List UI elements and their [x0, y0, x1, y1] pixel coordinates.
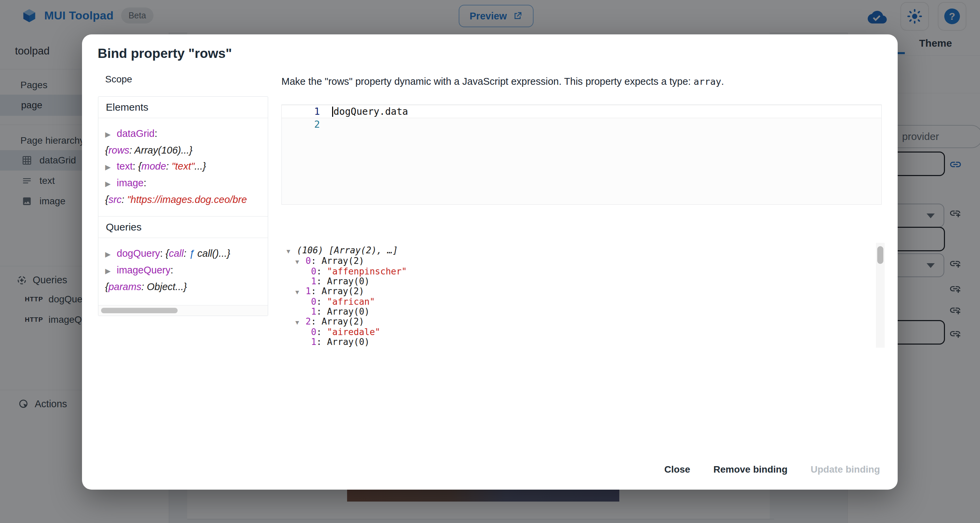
disclosure-triangle-icon[interactable]: ▼: [295, 257, 305, 266]
code-segment: : Array(0): [317, 306, 370, 317]
code-segment: 0: [311, 327, 317, 337]
disclosure-triangle-icon[interactable]: ▼: [286, 246, 297, 256]
code-segment: :: [154, 128, 157, 139]
scope-row: ▶dogQuery: {call: ƒ call()...}: [105, 246, 261, 262]
dialog-title: Bind property "rows": [98, 46, 232, 61]
dialog-footer: Close Remove binding Update binding: [657, 459, 888, 480]
code-segment: : Array(2): [311, 286, 364, 296]
scope-row: ▶imageQuery:: [105, 262, 261, 279]
editor-line[interactable]: 1 dogQuery.data: [282, 105, 881, 118]
text-caret: [332, 107, 333, 117]
code-segment: : Array(2): [311, 256, 364, 266]
code-segment: "https://images.dog.ceo/bre: [127, 194, 247, 205]
disclosure-triangle-icon[interactable]: ▶: [105, 159, 117, 175]
scrollbar-thumb[interactable]: [101, 308, 178, 313]
code-segment: :: [121, 194, 127, 205]
vertical-scrollbar[interactable]: [876, 243, 885, 348]
code-segment: {: [165, 248, 169, 259]
code-segment: :: [143, 177, 146, 188]
line-number: 2: [282, 119, 332, 130]
code-segment: {: [105, 194, 108, 205]
tree-row: 1: Array(0): [285, 337, 885, 347]
editor-code: dogQuery.data: [334, 106, 408, 117]
editor-line[interactable]: 2: [282, 118, 881, 131]
js-expression-editor[interactable]: 1 dogQuery.data 2: [282, 105, 882, 205]
code-segment: 1: [311, 306, 317, 317]
scope-row: {params: Object...}: [105, 279, 261, 295]
code-segment: 3: [305, 347, 311, 348]
disclosure-triangle-icon[interactable]: ▶: [105, 263, 117, 279]
code-segment: text: [117, 161, 133, 172]
tree-row: ▼1: Array(2): [285, 286, 885, 297]
disclosure-triangle-icon[interactable]: ▼: [295, 287, 305, 297]
code-segment: rows: [108, 145, 129, 156]
disclosure-triangle-icon[interactable]: ▶: [105, 126, 117, 142]
scope-browser: Elements ▶dataGrid:{rows: Array(106)...}…: [98, 96, 268, 316]
bind-property-dialog: Bind property "rows" Scope Elements ▶dat…: [82, 34, 898, 490]
tree-row: 0: "affenpinscher": [285, 266, 885, 276]
code-segment: "airedale": [327, 327, 380, 337]
disclosure-triangle-icon[interactable]: ▶: [105, 176, 117, 192]
queries-section-header: Queries: [98, 216, 268, 238]
code-segment: :: [170, 265, 173, 276]
code-segment: : Array(2): [311, 316, 364, 327]
code-segment: :: [166, 161, 172, 172]
scope-row: {rows: Array(106)...}: [105, 142, 261, 158]
code-segment: :: [133, 161, 138, 172]
code-segment: 0: [311, 297, 317, 307]
code-segment: : Array(0): [317, 276, 370, 286]
code-segment: 2: [305, 316, 311, 327]
code-segment: "text": [172, 161, 194, 172]
app-root: MUI Toolpad Beta Preview: [0, 0, 980, 523]
scope-row: ▶image:: [105, 175, 261, 192]
code-segment: call()...}: [195, 248, 231, 259]
code-segment: :: [317, 266, 327, 276]
code-segment: {: [105, 145, 108, 156]
code-segment: 1: [311, 337, 317, 347]
code-segment: :: [317, 297, 327, 307]
queries-scope-list: ▶dogQuery: {call: ƒ call()...}▶imageQuer…: [98, 238, 268, 304]
code-segment: imageQuery: [117, 265, 170, 276]
instruction-type-code: array: [694, 76, 721, 87]
tree-row: ▼2: Array(2): [285, 317, 885, 327]
horizontal-scrollbar[interactable]: [98, 305, 268, 316]
code-segment: :: [317, 327, 327, 337]
line-number: 1: [282, 106, 332, 117]
code-segment: dataGrid: [117, 128, 154, 139]
code-segment: "african": [327, 297, 375, 307]
code-segment: : Array(0): [317, 337, 370, 347]
code-segment: {: [105, 281, 108, 292]
code-segment: params: [108, 281, 142, 292]
tree-row: 1: Array(0): [285, 307, 885, 317]
scope-row: ▶dataGrid:: [105, 126, 261, 142]
code-segment: image: [117, 177, 143, 188]
elements-section-header: Elements: [98, 97, 268, 118]
code-segment: 1: [305, 286, 311, 296]
code-segment: mode: [142, 161, 166, 172]
disclosure-triangle-icon[interactable]: ▶: [105, 246, 117, 262]
close-button[interactable]: Close: [657, 459, 698, 480]
scope-label: Scope: [105, 74, 132, 85]
disclosure-triangle-icon[interactable]: ▼: [295, 317, 305, 327]
code-segment: :: [160, 248, 165, 259]
tree-row: ▼(106) [Array(2), …]: [285, 246, 885, 256]
instruction-suffix: .: [721, 76, 724, 87]
code-segment: :: [184, 248, 189, 259]
tree-row: ▼0: Array(2): [285, 256, 885, 266]
tree-rows: ▼(106) [Array(2), …]▼0: Array(2)0: "affe…: [285, 243, 885, 348]
tree-row: 1: Array(0): [285, 276, 885, 286]
code-segment: call: [169, 248, 184, 259]
scope-row: ▶text: {mode: "text"...}: [105, 158, 261, 175]
code-segment: {: [138, 161, 142, 172]
scope-row: {src: "https://images.dog.ceo/bre: [105, 192, 261, 208]
code-segment: 0: [311, 266, 317, 276]
scrollbar-thumb[interactable]: [877, 246, 883, 264]
code-segment: dogQuery: [117, 248, 160, 259]
tree-row: 0: "african": [285, 297, 885, 307]
remove-binding-button[interactable]: Remove binding: [706, 459, 795, 480]
code-segment: ƒ: [189, 248, 195, 259]
update-binding-button[interactable]: Update binding: [803, 459, 888, 480]
tree-row: 0: "airedale": [285, 327, 885, 337]
elements-scope-list: ▶dataGrid:{rows: Array(106)...}▶text: {m…: [98, 118, 268, 217]
tree-row: ▼3: Array(2): [285, 347, 885, 348]
